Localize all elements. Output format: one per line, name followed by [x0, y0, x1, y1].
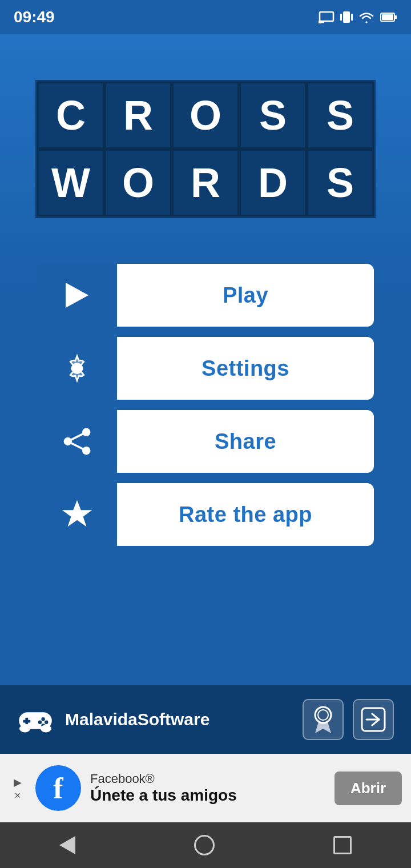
crossword-cell-s2: S: [307, 82, 374, 149]
svg-line-13: [68, 432, 86, 441]
recents-icon: [333, 836, 352, 854]
ad-expand-icon: ▶: [14, 776, 22, 789]
svg-rect-0: [320, 12, 333, 21]
rate-button[interactable]: Rate the app: [37, 483, 374, 546]
svg-point-27: [318, 710, 328, 720]
ad-close-icon[interactable]: ✕: [14, 791, 21, 800]
crossword-cell-o1: O: [172, 82, 239, 149]
ad-controls: ▶ ✕: [9, 776, 26, 800]
share-button[interactable]: Share: [37, 410, 374, 473]
play-button[interactable]: Play: [37, 264, 374, 327]
home-button[interactable]: [194, 835, 215, 855]
svg-point-20: [41, 717, 45, 721]
rate-icon-container: [37, 483, 117, 546]
cast-icon: [319, 11, 335, 23]
wifi-icon: [358, 11, 374, 23]
back-icon: [59, 836, 75, 854]
ad-text: Facebook® Únete a tus amigos: [90, 771, 325, 805]
svg-point-23: [45, 721, 48, 724]
svg-point-22: [38, 721, 42, 724]
star-icon: [61, 498, 94, 531]
play-icon: [66, 283, 88, 308]
status-bar: 09:49: [0, 0, 411, 34]
publisher-info: MalavidaSoftware: [17, 701, 209, 738]
svg-rect-3: [340, 14, 342, 21]
status-time: 09:49: [14, 8, 55, 26]
share-icon-container: [37, 410, 117, 473]
svg-rect-2: [343, 11, 350, 23]
publisher-name: MalavidaSoftware: [65, 710, 209, 729]
facebook-logo: f: [35, 765, 81, 811]
crossword-cell-r2: R: [172, 149, 239, 216]
share-icon: [62, 426, 92, 457]
system-nav-bar: [0, 822, 411, 868]
svg-rect-6: [382, 14, 393, 20]
svg-rect-19: [23, 720, 30, 723]
svg-point-12: [82, 447, 90, 455]
svg-point-24: [19, 725, 30, 733]
share-button-label: Share: [117, 410, 374, 473]
svg-rect-7: [394, 15, 397, 19]
back-button[interactable]: [59, 836, 75, 854]
svg-point-25: [41, 725, 51, 733]
svg-line-14: [68, 441, 86, 451]
settings-button[interactable]: Settings: [37, 337, 374, 400]
play-icon-container: [37, 264, 117, 327]
ad-tagline: Únete a tus amigos: [90, 786, 325, 805]
crossword-cell-c: C: [37, 82, 104, 149]
battery-icon: [380, 12, 397, 22]
crossword-cell-s3: S: [307, 149, 374, 216]
crossword-cell-d: D: [239, 149, 307, 216]
crossword-cell-r: R: [104, 82, 172, 149]
status-icons: [319, 10, 397, 25]
ad-brand: Facebook®: [90, 771, 325, 786]
crossword-cell-s1: S: [239, 82, 307, 149]
exit-button[interactable]: [353, 699, 394, 740]
award-button[interactable]: [303, 699, 344, 740]
home-icon: [194, 835, 215, 855]
crossword-cell-o2: O: [104, 149, 172, 216]
svg-marker-15: [62, 500, 92, 527]
ad-banner: ▶ ✕ f Facebook® Únete a tus amigos Abrir: [0, 754, 411, 822]
publisher-bar: MalavidaSoftware: [0, 685, 411, 754]
rate-button-label: Rate the app: [117, 483, 374, 546]
crossword-cell-w: W: [37, 149, 104, 216]
ad-open-button[interactable]: Abrir: [335, 771, 402, 805]
exit-icon: [361, 707, 386, 732]
svg-rect-4: [351, 14, 353, 21]
play-button-label: Play: [117, 264, 374, 327]
crossword-title-grid: C R O S S W O R D S: [35, 80, 376, 218]
menu-buttons: Play Settings: [37, 264, 374, 546]
recents-button[interactable]: [333, 836, 352, 854]
main-content: C R O S S W O R D S Play: [0, 34, 411, 685]
publisher-actions: [303, 699, 394, 740]
award-icon: [311, 705, 336, 734]
svg-point-10: [82, 428, 90, 436]
gamepad-icon: [17, 701, 54, 738]
settings-icon-container: [37, 337, 117, 400]
settings-button-label: Settings: [117, 337, 374, 400]
vibrate-icon: [340, 10, 353, 25]
gear-icon: [62, 353, 92, 384]
